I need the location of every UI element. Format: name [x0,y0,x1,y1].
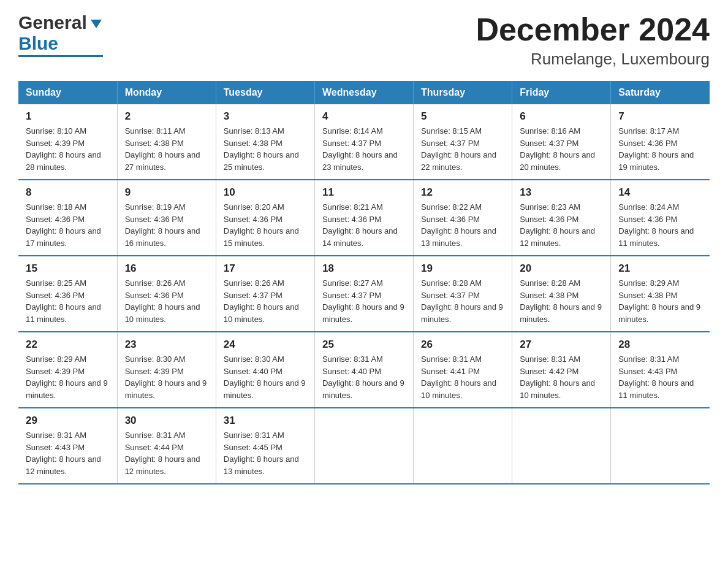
day-info: Sunrise: 8:22 AMSunset: 4:36 PMDaylight:… [421,201,504,249]
calendar-cell: 8Sunrise: 8:18 AMSunset: 4:36 PMDaylight… [18,180,117,256]
day-number: 2 [125,110,208,123]
day-info: Sunrise: 8:21 AMSunset: 4:36 PMDaylight:… [322,201,406,249]
calendar-cell: 28Sunrise: 8:31 AMSunset: 4:43 PMDayligh… [611,332,710,408]
calendar-cell: 24Sunrise: 8:30 AMSunset: 4:40 PMDayligh… [216,332,314,408]
day-number: 26 [421,339,504,351]
day-number: 21 [618,262,702,275]
weekday-header-thursday: Thursday [414,81,512,104]
svg-marker-0 [91,20,102,28]
calendar-cell: 10Sunrise: 8:20 AMSunset: 4:36 PMDayligh… [216,180,314,256]
page-title: December 2024 [476,12,710,47]
calendar-cell: 12Sunrise: 8:22 AMSunset: 4:36 PMDayligh… [414,180,512,256]
day-number: 5 [421,110,504,123]
day-info: Sunrise: 8:29 AMSunset: 4:38 PMDaylight:… [618,277,702,325]
day-info: Sunrise: 8:13 AMSunset: 4:38 PMDaylight:… [224,125,307,173]
calendar-cell: 5Sunrise: 8:15 AMSunset: 4:37 PMDaylight… [414,104,512,180]
calendar-cell: 23Sunrise: 8:30 AMSunset: 4:39 PMDayligh… [117,332,216,408]
logo-underline [18,55,103,57]
day-info: Sunrise: 8:29 AMSunset: 4:39 PMDaylight:… [26,353,110,401]
day-info: Sunrise: 8:24 AMSunset: 4:36 PMDaylight:… [618,201,702,249]
calendar-cell: 27Sunrise: 8:31 AMSunset: 4:42 PMDayligh… [512,332,611,408]
calendar-cell: 4Sunrise: 8:14 AMSunset: 4:37 PMDaylight… [314,104,413,180]
day-number: 28 [618,339,702,351]
calendar-cell: 22Sunrise: 8:29 AMSunset: 4:39 PMDayligh… [18,332,117,408]
calendar-cell: 6Sunrise: 8:16 AMSunset: 4:37 PMDaylight… [512,104,611,180]
day-number: 12 [421,186,504,199]
day-info: Sunrise: 8:20 AMSunset: 4:36 PMDaylight:… [224,201,307,249]
weekday-header-monday: Monday [117,81,216,104]
day-number: 15 [26,262,110,275]
day-number: 13 [520,186,603,199]
calendar-cell: 9Sunrise: 8:19 AMSunset: 4:36 PMDaylight… [117,180,216,256]
day-number: 18 [322,262,406,275]
day-info: Sunrise: 8:18 AMSunset: 4:36 PMDaylight:… [26,201,110,249]
calendar-table: SundayMondayTuesdayWednesdayThursdayFrid… [18,81,710,484]
calendar-cell: 21Sunrise: 8:29 AMSunset: 4:38 PMDayligh… [611,256,710,332]
calendar-cell: 19Sunrise: 8:28 AMSunset: 4:37 PMDayligh… [414,256,512,332]
page-subtitle: Rumelange, Luxembourg [476,50,710,69]
calendar-cell: 25Sunrise: 8:31 AMSunset: 4:40 PMDayligh… [314,332,413,408]
weekday-header-tuesday: Tuesday [216,81,314,104]
day-number: 4 [322,110,406,123]
title-block: December 2024 Rumelange, Luxembourg [476,12,710,69]
calendar-cell: 26Sunrise: 8:31 AMSunset: 4:41 PMDayligh… [414,332,512,408]
day-info: Sunrise: 8:16 AMSunset: 4:37 PMDaylight:… [520,125,603,173]
calendar-cell: 31Sunrise: 8:31 AMSunset: 4:45 PMDayligh… [216,408,314,484]
day-number: 30 [125,415,208,427]
day-number: 24 [224,339,307,351]
day-info: Sunrise: 8:19 AMSunset: 4:36 PMDaylight:… [125,201,208,249]
day-number: 29 [26,415,110,427]
day-info: Sunrise: 8:31 AMSunset: 4:43 PMDaylight:… [618,353,702,401]
calendar-cell: 16Sunrise: 8:26 AMSunset: 4:36 PMDayligh… [117,256,216,332]
calendar-cell: 15Sunrise: 8:25 AMSunset: 4:36 PMDayligh… [18,256,117,332]
day-info: Sunrise: 8:15 AMSunset: 4:37 PMDaylight:… [421,125,504,173]
calendar-cell: 18Sunrise: 8:27 AMSunset: 4:37 PMDayligh… [314,256,413,332]
day-number: 20 [520,262,603,275]
logo: General Blue [18,12,103,57]
calendar-cell: 7Sunrise: 8:17 AMSunset: 4:36 PMDaylight… [611,104,710,180]
day-info: Sunrise: 8:28 AMSunset: 4:38 PMDaylight:… [520,277,603,325]
logo-general-text: General [18,12,87,33]
calendar-week-row: 15Sunrise: 8:25 AMSunset: 4:36 PMDayligh… [18,256,710,332]
day-info: Sunrise: 8:31 AMSunset: 4:43 PMDaylight:… [26,429,110,477]
weekday-header-saturday: Saturday [611,81,710,104]
logo-arrow-icon [89,17,103,31]
calendar-cell: 11Sunrise: 8:21 AMSunset: 4:36 PMDayligh… [314,180,413,256]
day-number: 10 [224,186,307,199]
calendar-cell: 3Sunrise: 8:13 AMSunset: 4:38 PMDaylight… [216,104,314,180]
calendar-cell: 17Sunrise: 8:26 AMSunset: 4:37 PMDayligh… [216,256,314,332]
calendar-header-row: SundayMondayTuesdayWednesdayThursdayFrid… [18,81,710,104]
day-number: 9 [125,186,208,199]
day-number: 7 [618,110,702,123]
calendar-cell: 2Sunrise: 8:11 AMSunset: 4:38 PMDaylight… [117,104,216,180]
day-info: Sunrise: 8:31 AMSunset: 4:40 PMDaylight:… [322,353,406,401]
calendar-week-row: 8Sunrise: 8:18 AMSunset: 4:36 PMDaylight… [18,180,710,256]
day-info: Sunrise: 8:10 AMSunset: 4:39 PMDaylight:… [26,125,110,173]
day-info: Sunrise: 8:26 AMSunset: 4:36 PMDaylight:… [125,277,208,325]
day-number: 19 [421,262,504,275]
calendar-week-row: 1Sunrise: 8:10 AMSunset: 4:39 PMDaylight… [18,104,710,180]
day-info: Sunrise: 8:31 AMSunset: 4:44 PMDaylight:… [125,429,208,477]
calendar-cell: 13Sunrise: 8:23 AMSunset: 4:36 PMDayligh… [512,180,611,256]
day-number: 3 [224,110,307,123]
calendar-cell [512,408,611,484]
day-info: Sunrise: 8:31 AMSunset: 4:42 PMDaylight:… [520,353,603,401]
weekday-header-sunday: Sunday [18,81,117,104]
day-number: 22 [26,339,110,351]
page-header: General Blue December 2024 Rumelange, Lu… [18,12,710,69]
day-number: 27 [520,339,603,351]
day-number: 1 [26,110,110,123]
day-info: Sunrise: 8:28 AMSunset: 4:37 PMDaylight:… [421,277,504,325]
calendar-cell: 1Sunrise: 8:10 AMSunset: 4:39 PMDaylight… [18,104,117,180]
day-info: Sunrise: 8:27 AMSunset: 4:37 PMDaylight:… [322,277,406,325]
day-number: 17 [224,262,307,275]
day-number: 16 [125,262,208,275]
day-info: Sunrise: 8:30 AMSunset: 4:39 PMDaylight:… [125,353,208,401]
calendar-cell [414,408,512,484]
day-info: Sunrise: 8:30 AMSunset: 4:40 PMDaylight:… [224,353,307,401]
calendar-cell: 20Sunrise: 8:28 AMSunset: 4:38 PMDayligh… [512,256,611,332]
day-info: Sunrise: 8:31 AMSunset: 4:41 PMDaylight:… [421,353,504,401]
day-number: 11 [322,186,406,199]
calendar-cell: 29Sunrise: 8:31 AMSunset: 4:43 PMDayligh… [18,408,117,484]
day-info: Sunrise: 8:25 AMSunset: 4:36 PMDaylight:… [26,277,110,325]
